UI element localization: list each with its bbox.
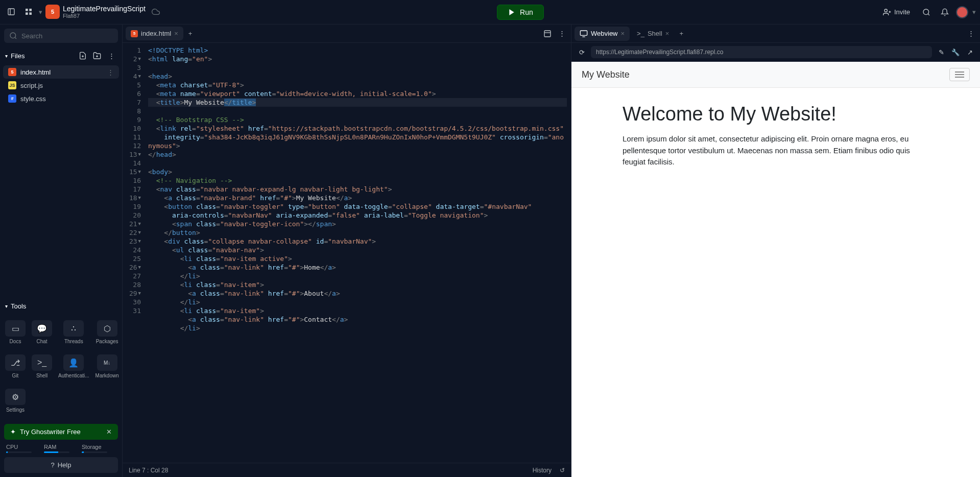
svg-point-12 [10, 33, 16, 38]
help-button[interactable]: ? Help [4, 457, 118, 473]
new-folder-icon[interactable] [91, 50, 103, 61]
file-name: style.css [20, 95, 46, 103]
tool-packages[interactable]: ⬡Packages [93, 316, 121, 348]
tool-threads[interactable]: ⛬Threads [56, 316, 91, 348]
js-file-icon: JS [8, 81, 16, 89]
close-icon[interactable]: × [174, 30, 178, 37]
svg-marker-6 [509, 9, 514, 15]
tab-webview[interactable]: Webview × [575, 27, 630, 41]
files-more-icon[interactable]: ⋮ [106, 50, 117, 61]
preview-brand[interactable]: My Website [582, 69, 630, 80]
hamburger-icon[interactable] [949, 68, 970, 81]
code-editor[interactable]: 12 ▼34 ▼5678910111213 ▼1415 ▼161718 ▼192… [123, 43, 571, 463]
tools-label: Tools [11, 302, 26, 310]
url-input[interactable]: https://LegitimatePrevailingScript.flafi… [591, 46, 932, 58]
help-label: Help [58, 461, 71, 469]
user-icon: 👤 [63, 354, 84, 371]
tab-label: Webview [591, 30, 618, 37]
refresh-icon[interactable]: ⟳ [577, 47, 587, 57]
tab-label: Shell [648, 30, 662, 37]
preview-more-icon[interactable]: ⋮ [964, 27, 978, 41]
package-icon: ⬡ [97, 320, 117, 337]
devtools-icon[interactable]: 🔧 [950, 47, 961, 57]
project-owner[interactable]: Flafi87 [63, 13, 146, 19]
shell-icon: >_ [32, 354, 52, 371]
resource-ram: RAM [44, 444, 69, 453]
editor-layout-icon[interactable] [540, 27, 555, 41]
gear-icon: ⚙ [5, 389, 26, 405]
svg-rect-2 [26, 9, 28, 11]
chevron-down-icon[interactable]: ▾ [39, 8, 42, 16]
svg-rect-20 [580, 31, 587, 35]
file-item-script-js[interactable]: JS script.js [3, 79, 119, 92]
tab-index-html[interactable]: 5 index.html × [126, 27, 183, 40]
files-section-header[interactable]: ▾ Files ⋮ [0, 47, 122, 64]
tools-section-header[interactable]: ▾ Tools [0, 299, 122, 313]
tool-auth[interactable]: 👤Authenticati... [56, 350, 91, 383]
close-icon[interactable]: × [665, 30, 670, 37]
close-icon[interactable]: × [621, 30, 625, 37]
tool-settings[interactable]: ⚙Settings [3, 385, 28, 417]
svg-point-10 [923, 9, 929, 15]
svg-rect-4 [26, 13, 28, 15]
edit-url-icon[interactable]: ✎ [936, 47, 946, 57]
tool-shell[interactable]: >_Shell [30, 350, 54, 383]
markdown-icon: M↓ [97, 354, 117, 371]
shell-icon: >_ [637, 30, 644, 37]
add-tab-button[interactable]: + [184, 28, 197, 39]
editor-more-icon[interactable]: ⋮ [555, 27, 569, 41]
avatar[interactable] [956, 6, 968, 18]
cursor-position: Line 7 : Col 28 [129, 467, 168, 474]
invite-button[interactable]: Invite [878, 6, 915, 18]
preview-heading: Welcome to My Website! [623, 103, 929, 125]
sidebar-toggle-icon[interactable] [4, 5, 18, 19]
tab-label: index.html [141, 30, 171, 37]
file-name: script.js [20, 82, 43, 89]
project-name: LegitimatePrevailingScript [63, 5, 146, 13]
run-label: Run [520, 8, 533, 16]
html-file-icon: 5 [8, 68, 16, 76]
svg-rect-3 [29, 9, 32, 11]
history-button[interactable]: History [533, 467, 552, 474]
tool-git[interactable]: ⎇Git [3, 350, 28, 383]
new-file-icon[interactable] [77, 50, 88, 61]
file-item-style-css[interactable]: # style.css [3, 92, 119, 105]
svg-point-7 [885, 9, 887, 12]
svg-rect-18 [544, 31, 551, 37]
tool-docs[interactable]: ▭Docs [3, 316, 28, 348]
svg-line-11 [928, 14, 929, 15]
project-icon: 5 [45, 5, 60, 19]
run-button[interactable]: Run [497, 5, 544, 20]
history-icon[interactable]: ↺ [560, 467, 565, 474]
account-menu-chevron-icon[interactable]: ▾ [972, 8, 976, 16]
open-external-icon[interactable]: ↗ [965, 47, 975, 57]
svg-rect-0 [8, 9, 14, 15]
ghostwriter-button[interactable]: ✦ Try Ghostwriter Free ✕ [4, 424, 118, 440]
file-more-icon[interactable]: ⋮ [107, 68, 114, 76]
chat-icon: 💬 [32, 320, 52, 337]
notifications-icon[interactable] [938, 5, 952, 19]
tab-shell[interactable]: >_ Shell × [632, 27, 674, 40]
files-label: Files [11, 52, 25, 60]
tool-markdown[interactable]: M↓Markdown [93, 350, 121, 383]
search-placeholder: Search [21, 32, 42, 40]
tool-chat[interactable]: 💬Chat [30, 316, 54, 348]
invite-label: Invite [894, 8, 910, 16]
chevron-down-icon: ▾ [5, 53, 8, 59]
ghostwriter-label: Try Ghostwriter Free [20, 428, 81, 436]
file-name: index.html [20, 68, 51, 76]
help-icon: ? [51, 461, 55, 469]
html-file-icon: 5 [131, 30, 138, 37]
add-tab-button[interactable]: + [675, 28, 687, 39]
threads-icon: ⛬ [63, 320, 84, 337]
file-item-index-html[interactable]: 5 index.html ⋮ [3, 65, 119, 79]
svg-line-13 [15, 37, 16, 39]
webview: My Website Welcome to My Website! Lorem … [571, 62, 980, 477]
search-input[interactable]: Search [4, 29, 118, 43]
chevron-down-icon: ▾ [5, 303, 8, 309]
close-icon[interactable]: ✕ [106, 428, 112, 436]
resource-cpu: CPU [6, 444, 32, 453]
search-icon[interactable] [919, 5, 934, 19]
preview-paragraph: Lorem ipsum dolor sit amet, consectetur … [623, 133, 929, 168]
apps-menu-icon[interactable] [21, 5, 36, 19]
